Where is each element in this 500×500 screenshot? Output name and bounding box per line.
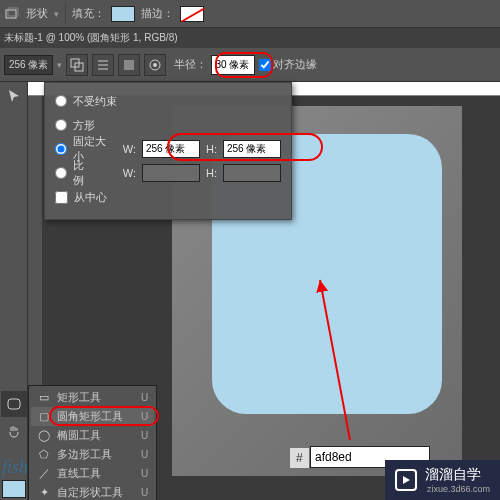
color-hash-label: # — [290, 448, 309, 468]
fish-watermark: fish — [2, 457, 28, 478]
flyout-rect-tool[interactable]: ▭ 矩形工具U — [31, 388, 154, 407]
rounded-rect-icon: ▢ — [37, 410, 51, 424]
stroke-label: 描边： — [141, 6, 174, 21]
shape-size-popover: 不受约束 方形 固定大小 W: H: 比例 W: H: 从中心 — [44, 82, 292, 220]
flyout-custom-shape-tool[interactable]: ✦ 自定形状工具U — [31, 483, 154, 500]
shape-tool-flyout: ▭ 矩形工具U ▢ 圆角矩形工具U ◯ 椭圆工具U ⬠ 多边形工具U ／ 直线工… — [28, 385, 157, 500]
ratio-h-input — [223, 164, 281, 182]
tools-panel — [0, 82, 28, 500]
arrange-icon[interactable] — [118, 54, 140, 76]
radius-input[interactable] — [211, 55, 255, 75]
height-input[interactable] — [223, 140, 281, 158]
watermark-brand: 溜溜自学 — [425, 466, 490, 484]
svg-rect-7 — [124, 60, 134, 70]
size-preset-dropdown[interactable]: 256 像素 — [4, 55, 53, 75]
align-icon[interactable] — [92, 54, 114, 76]
chevron-down-icon: ▾ — [54, 9, 59, 19]
rect-icon: ▭ — [37, 391, 51, 405]
opt-ratio[interactable]: 比例 W: H: — [55, 161, 281, 185]
radius-label: 半径： — [174, 57, 207, 72]
document-title-bar: 未标题-1 @ 100% (圆角矩形 1, RGB/8) — [0, 28, 500, 48]
stroke-color-swatch[interactable] — [180, 6, 204, 22]
svg-point-9 — [153, 63, 157, 67]
flyout-rounded-rect-tool[interactable]: ▢ 圆角矩形工具U — [31, 407, 154, 426]
flyout-line-tool[interactable]: ／ 直线工具U — [31, 464, 154, 483]
fill-label: 填充： — [72, 6, 105, 21]
move-tool[interactable] — [1, 83, 27, 109]
height-label: H: — [206, 143, 217, 155]
opt-unconstrained[interactable]: 不受约束 — [55, 89, 281, 113]
custom-shape-icon: ✦ — [37, 486, 51, 500]
shape-tool[interactable] — [1, 391, 27, 417]
gear-icon[interactable] — [144, 54, 166, 76]
align-edges-check[interactable] — [259, 59, 271, 71]
ellipse-icon: ◯ — [37, 429, 51, 443]
chevron-down-icon: ▾ — [57, 60, 62, 70]
align-edges-checkbox[interactable]: 对齐边缘 — [259, 57, 317, 72]
layers-icon — [4, 6, 20, 22]
shape-options-bar: 256 像素 ▾ 半径： 对齐边缘 — [0, 48, 500, 82]
play-icon — [395, 469, 417, 491]
svg-rect-10 — [8, 399, 20, 409]
opt-from-center[interactable]: 从中心 — [55, 185, 281, 209]
flyout-polygon-tool[interactable]: ⬠ 多边形工具U — [31, 445, 154, 464]
line-icon: ／ — [37, 467, 51, 481]
foreground-color-swatch[interactable] — [2, 480, 26, 498]
document-title: 未标题-1 @ 100% (圆角矩形 1, RGB/8) — [4, 31, 178, 45]
top-options-bar: 形状 ▾ 填充： 描边： — [0, 0, 500, 28]
site-watermark: 溜溜自学 zixue.3d66.com — [385, 460, 500, 500]
shape-mode-dropdown[interactable]: 形状 — [26, 6, 48, 21]
watermark-url: zixue.3d66.com — [427, 484, 490, 494]
fill-color-swatch[interactable] — [111, 6, 135, 22]
width-label: W: — [123, 143, 136, 155]
width-input[interactable] — [142, 140, 200, 158]
ratio-w-input — [142, 164, 200, 182]
polygon-icon: ⬠ — [37, 448, 51, 462]
flyout-ellipse-tool[interactable]: ◯ 椭圆工具U — [31, 426, 154, 445]
path-combine-icon[interactable] — [66, 54, 88, 76]
hand-tool[interactable] — [1, 418, 27, 444]
align-edges-label: 对齐边缘 — [273, 57, 317, 72]
